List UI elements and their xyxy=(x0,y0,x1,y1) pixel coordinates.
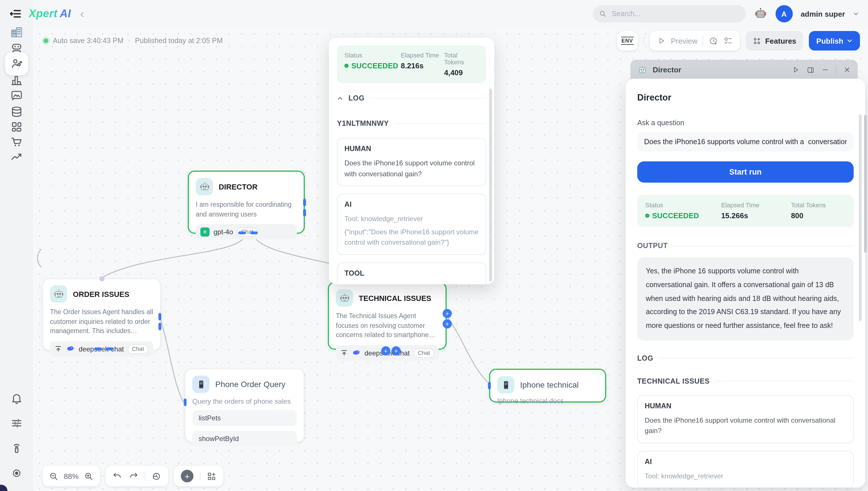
edge-technicalissues-iphonetechnical xyxy=(448,318,487,382)
preview-play-icon[interactable] xyxy=(656,36,666,46)
save-status-bar: Auto save 3:40:43 PM · Published today a… xyxy=(43,37,223,45)
connector-handle[interactable] xyxy=(158,313,161,320)
log-title: LOG xyxy=(349,94,364,102)
node-order-issues[interactable]: ORDER ISSUES The Order Issues Agent hand… xyxy=(42,279,161,350)
user-menu-caret-icon[interactable] xyxy=(853,11,859,17)
settings-icon[interactable] xyxy=(10,466,24,480)
tool-name: Tool: knowledge_retriever xyxy=(645,471,846,482)
node-description: The Technical Issues Agent focuses on re… xyxy=(336,311,439,340)
avatar[interactable]: A xyxy=(775,5,792,22)
log-message-tool: TOOL Tool: knowledge_retriever e9ud-45ba… xyxy=(337,262,486,284)
connector-handle[interactable] xyxy=(488,382,491,389)
run-id: Y1NLTMNNWY xyxy=(337,119,389,127)
edge-orderissues-phoneorderquery xyxy=(160,318,183,402)
add-block-icon[interactable] xyxy=(207,471,216,481)
connector-handle[interactable] xyxy=(158,323,161,330)
autosave-dot-icon xyxy=(43,38,48,43)
node-description: Iphone technical docs xyxy=(497,397,598,405)
app-logo[interactable]: XpertAI xyxy=(29,7,71,20)
model-selector[interactable]: deepseek-chat Chat xyxy=(50,341,153,357)
features-button[interactable]: Features xyxy=(746,31,803,51)
user-name[interactable]: admin super xyxy=(801,9,845,18)
env-button[interactable]: ENV xyxy=(617,31,637,51)
node-technical-issues[interactable]: TECHNICAL ISSUES The Technical Issues Ag… xyxy=(328,282,447,350)
log-message-human: HUMAN Does the iPhone16 support volume c… xyxy=(637,395,854,443)
preferences-icon[interactable] xyxy=(10,416,24,430)
preview-button[interactable]: Preview xyxy=(671,36,697,45)
search-input[interactable] xyxy=(610,9,740,18)
tool-name: Tool: knowledge_retriever xyxy=(345,213,479,224)
message-role: HUMAN xyxy=(645,402,846,410)
question-input[interactable] xyxy=(637,132,854,152)
connector-handle[interactable] xyxy=(303,209,306,216)
marketplace-icon[interactable] xyxy=(10,135,24,149)
tool-input: {"input":"Does the iPhone16 support volu… xyxy=(345,227,479,248)
minimize-icon[interactable] xyxy=(821,66,829,74)
edge-offscreen xyxy=(38,249,41,267)
connector-handle[interactable] xyxy=(303,199,306,206)
node-title: DIRECTOR xyxy=(219,182,258,191)
notifications-icon[interactable] xyxy=(10,392,24,405)
log-message-ai: AI Tool: knowledge_retriever xyxy=(637,451,854,488)
add-node-button[interactable]: + xyxy=(181,470,193,482)
page-title: Director xyxy=(637,92,854,103)
expand-panel-icon[interactable] xyxy=(807,66,815,74)
log-message-ai: AI Tool: knowledge_retriever {"input":"D… xyxy=(337,194,486,255)
node-director[interactable]: DIRECTOR I am responsible for coordinati… xyxy=(188,171,305,234)
add-connection-button[interactable]: + xyxy=(381,346,390,355)
checklist-icon[interactable] xyxy=(723,36,733,46)
elapsed-value: 15.266s xyxy=(721,211,791,220)
connector-handle[interactable] xyxy=(238,231,246,234)
divider xyxy=(394,123,486,124)
inspector-window-titlebar[interactable]: Director xyxy=(630,60,858,80)
log-section-header[interactable]: LOG xyxy=(637,354,854,363)
publish-button[interactable]: Publish xyxy=(809,31,860,51)
connector-handle[interactable] xyxy=(106,347,114,350)
connector-handle[interactable] xyxy=(94,347,101,350)
node-iphone-technical[interactable]: Iphone technical Iphone technical docs xyxy=(489,369,606,403)
global-search[interactable] xyxy=(593,5,745,22)
start-run-button[interactable]: Start run xyxy=(637,162,854,183)
add-connection-button[interactable]: + xyxy=(443,309,452,318)
tool-item[interactable]: showPetById xyxy=(192,431,297,447)
zoom-out-icon[interactable] xyxy=(49,471,59,481)
page-scrollbar[interactable] xyxy=(864,115,867,253)
history-clock-icon[interactable] xyxy=(709,36,718,46)
tool-item[interactable]: listPets xyxy=(192,410,297,426)
panel-scrollbar[interactable] xyxy=(489,88,492,281)
panel-scrollbar[interactable] xyxy=(859,114,862,321)
devices-icon[interactable] xyxy=(10,441,24,455)
edge-director-orderissues xyxy=(103,234,246,277)
separator: · xyxy=(128,37,130,45)
run-window-icon[interactable] xyxy=(792,66,800,74)
close-icon[interactable] xyxy=(843,66,851,74)
add-connection-button[interactable]: + xyxy=(391,346,401,355)
window-title: Director xyxy=(653,65,682,74)
chat-media-icon[interactable] xyxy=(10,88,24,102)
collapse-sidebar-icon[interactable] xyxy=(9,7,22,20)
projects-icon[interactable] xyxy=(10,120,24,134)
connector-handle[interactable] xyxy=(184,399,186,406)
log-section-header[interactable]: LOG xyxy=(337,94,486,102)
status-label: Status xyxy=(645,202,721,208)
undo-icon[interactable] xyxy=(113,471,122,481)
connector-handle[interactable] xyxy=(250,231,258,234)
run-status-card: Status SUCCEEDED Elapsed Time 8.216s Tot… xyxy=(337,46,486,83)
publish-caret-icon xyxy=(847,38,852,44)
published-text: Published today at 2:05 PM xyxy=(135,37,223,45)
assistant-robot-icon[interactable] xyxy=(753,7,767,21)
knowledge-base-icon[interactable] xyxy=(10,105,24,119)
model-selector[interactable]: ✳ gpt-4o Chat xyxy=(196,224,297,240)
analytics-icon[interactable] xyxy=(10,74,24,87)
back-chevron-icon[interactable]: ‹ xyxy=(80,8,84,20)
run-log-panel[interactable]: Status SUCCEEDED Elapsed Time 8.216s Tot… xyxy=(329,38,494,284)
history-icon[interactable] xyxy=(152,471,161,481)
sidebar-item-agent-builder[interactable] xyxy=(5,52,28,75)
canvas-toolbar: ENV Preview Features Publish xyxy=(617,31,860,51)
zoom-in-icon[interactable] xyxy=(84,471,94,481)
node-phone-order-query[interactable]: Phone Order Query Query the orders of ph… xyxy=(185,369,304,442)
add-connection-button[interactable]: + xyxy=(443,319,452,328)
redo-icon[interactable] xyxy=(128,471,138,481)
divider xyxy=(145,471,145,481)
trends-icon[interactable] xyxy=(10,150,24,164)
